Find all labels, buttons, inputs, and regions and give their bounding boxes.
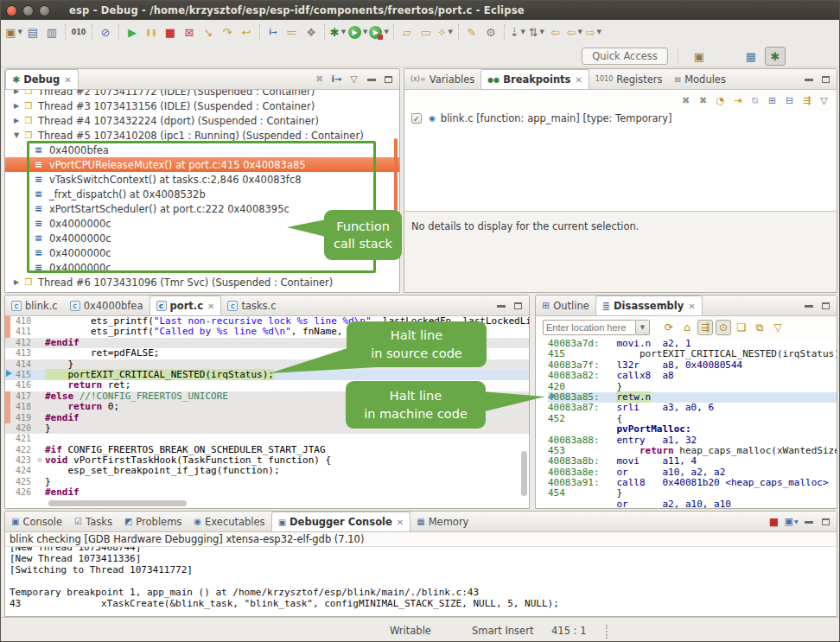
external-tools-button[interactable]: ▶▼ bbox=[369, 22, 388, 41]
location-input[interactable] bbox=[543, 320, 636, 335]
build-settings-button[interactable]: ⚙ bbox=[482, 22, 500, 41]
tab-memory[interactable]: ▦Memory bbox=[410, 512, 474, 531]
link-button[interactable]: ⧉ bbox=[752, 320, 767, 335]
go-to-file-button[interactable]: ⇥ bbox=[730, 92, 745, 108]
tab-debugger-console[interactable]: ▣Debugger Console✕ bbox=[271, 512, 411, 531]
tab-disassembly[interactable]: ≣Disassembly✕ bbox=[595, 296, 703, 315]
debug-frame-row[interactable]: ≡0x4000000c bbox=[5, 260, 399, 275]
debug-frame-row[interactable]: ≡xPortStartScheduler() at port.c:222 0x4… bbox=[5, 201, 399, 216]
quick-access-button[interactable]: Quick Access bbox=[582, 48, 668, 65]
close-icon[interactable]: ✕ bbox=[397, 518, 404, 527]
forward-button[interactable]: ⇨▼ bbox=[585, 22, 602, 41]
debug-frame-row[interactable]: ≡0x4000000c bbox=[5, 245, 399, 260]
tab-debug[interactable]: ✱ Debug ✕ bbox=[5, 69, 79, 89]
maximize-icon[interactable] bbox=[818, 72, 833, 87]
source-code-area[interactable]: 410 ets_printf("Last non-recursive lock … bbox=[5, 316, 529, 508]
tab-outline[interactable]: ⊞Outline bbox=[536, 296, 595, 315]
tab-executables[interactable]: ◉Executables bbox=[188, 512, 270, 531]
close-icon[interactable]: ✕ bbox=[575, 75, 582, 85]
view-menu-icon[interactable]: ▽ bbox=[347, 72, 361, 87]
debug-frame-row[interactable]: ≡vTaskSwitchContext() at tasks.c:2,846 0… bbox=[5, 172, 399, 187]
skip-all-breakpoints-button[interactable]: ⍉ bbox=[748, 92, 762, 108]
editor-tab-port-c[interactable]: cport.c✕ bbox=[150, 296, 222, 315]
view-menu-button[interactable]: ▽ bbox=[817, 92, 831, 108]
remove-all-terminated-button[interactable]: ✖ bbox=[312, 72, 327, 87]
mark-occurrences-button[interactable]: ✎ bbox=[463, 22, 480, 41]
tab-tasks[interactable]: ☑Tasks bbox=[68, 512, 118, 531]
step-return-button[interactable]: ↩ bbox=[238, 22, 255, 41]
tab-modules[interactable]: ▤Modules bbox=[669, 69, 732, 89]
open-perspective-button[interactable]: ▣ bbox=[689, 47, 710, 66]
link-with-debug-button[interactable]: ⇶ bbox=[799, 92, 814, 108]
expander-icon[interactable]: ▼ bbox=[12, 131, 21, 139]
follow-execution-button[interactable]: ⇶ bbox=[697, 320, 713, 335]
minimize-icon[interactable] bbox=[801, 72, 816, 87]
minimize-icon[interactable] bbox=[493, 298, 508, 314]
remove-all-breakpoints-button[interactable]: ✖ bbox=[696, 92, 710, 108]
home-button[interactable]: ⌂ bbox=[679, 320, 695, 335]
debug-button[interactable]: ✱▼ bbox=[329, 22, 347, 41]
tab-variables[interactable]: (x)=Variables bbox=[404, 69, 480, 89]
debug-thread-row[interactable]: ▶❒Thread #4 1073432224 (dport) (Suspende… bbox=[5, 113, 399, 128]
editor-vscrollbar[interactable] bbox=[521, 451, 527, 496]
save-button[interactable]: ▤ bbox=[24, 22, 41, 41]
window-close-button[interactable] bbox=[6, 5, 17, 16]
expander-icon[interactable]: ▶ bbox=[12, 278, 21, 286]
tab-problems[interactable]: ◩Problems bbox=[118, 512, 188, 531]
tab-breakpoints[interactable]: ●●Breakpoints✕ bbox=[480, 69, 589, 89]
resume-button[interactable]: ▶ bbox=[124, 22, 141, 41]
close-icon[interactable]: ✕ bbox=[207, 302, 214, 311]
debug-frame-row[interactable]: ≡0x4000bfea bbox=[5, 143, 399, 157]
remove-breakpoint-button[interactable]: ✖ bbox=[678, 92, 693, 108]
step-over-button[interactable]: ↷ bbox=[219, 22, 236, 41]
debug-scrollbar[interactable] bbox=[394, 138, 398, 251]
debug-frame-row[interactable]: ≡0x4000000c bbox=[5, 231, 399, 245]
tab-console[interactable]: ▣Console bbox=[5, 512, 68, 531]
instruction-stepping-toggle[interactable]: i→ bbox=[329, 72, 344, 87]
editor-tab-0x4000bfea[interactable]: c0x4000bfea bbox=[64, 296, 150, 315]
breakpoint-item[interactable]: ✓ ◉ blink.c [function: app_main] [type: … bbox=[404, 111, 837, 126]
last-edit-location-button[interactable]: ⇣▼ bbox=[509, 22, 526, 41]
disconnect-button[interactable]: ⊠ bbox=[181, 22, 198, 41]
debug-perspective-button[interactable]: ✱ bbox=[765, 47, 786, 66]
debug-frame-row[interactable]: ≡_frxt_dispatch() at 0x4008532b bbox=[5, 187, 399, 201]
cpp-perspective-button[interactable]: ▦ bbox=[741, 47, 761, 66]
maximize-icon[interactable] bbox=[511, 298, 525, 314]
disassembly-listing[interactable]: 40083a7d: movi.n a2, 1415 portEXIT_CRITI… bbox=[536, 339, 837, 508]
new-wizard-button[interactable]: ▣▼ bbox=[5, 22, 22, 41]
close-icon[interactable]: ✕ bbox=[64, 75, 71, 85]
search-button[interactable]: ✧▼ bbox=[436, 22, 454, 41]
debug-thread-row[interactable]: ▶❒Thread #6 1073431096 (Tmr Svc) (Suspen… bbox=[5, 275, 399, 289]
run-button[interactable]: ▶▼ bbox=[348, 22, 367, 41]
maximize-icon[interactable] bbox=[818, 298, 833, 314]
open-new-view-button[interactable]: ❏ bbox=[734, 320, 749, 335]
minimize-icon[interactable] bbox=[801, 298, 816, 314]
expander-icon[interactable]: ▶ bbox=[12, 117, 21, 124]
display-selected-console-button[interactable]: ▣▼ bbox=[784, 514, 799, 530]
go-to-annotation-button[interactable]: ⇅▼ bbox=[528, 22, 545, 41]
new-project-button[interactable]: ▱ bbox=[398, 22, 416, 41]
debug-thread-row[interactable]: ▶❒Thread #3 1073413156 (IDLE) (Suspended… bbox=[5, 99, 399, 113]
debug-frame-row[interactable]: ≡vPortCPUReleaseMutex() at port.c:415 0x… bbox=[5, 157, 399, 172]
collapse-all-button[interactable]: ⊟ bbox=[782, 92, 797, 108]
expand-all-button[interactable]: ⊞ bbox=[765, 92, 780, 108]
debug-frame-row[interactable]: ≡0x4000000c bbox=[5, 216, 399, 231]
build-binary-button[interactable]: 010 bbox=[70, 22, 87, 41]
show-breakpoint-types-button[interactable]: ◔ bbox=[713, 92, 728, 108]
maximize-icon[interactable] bbox=[818, 514, 833, 530]
tab-registers[interactable]: 1010Registers bbox=[589, 69, 669, 89]
minimize-icon[interactable] bbox=[801, 514, 816, 530]
close-icon[interactable]: ✕ bbox=[688, 302, 695, 311]
editor-tab-tasks-c[interactable]: ctasks.c bbox=[221, 296, 282, 315]
instruction-stepping-button[interactable]: i→ bbox=[264, 22, 282, 41]
terminate-console-button[interactable]: ■ bbox=[767, 514, 781, 530]
view-menu-button[interactable]: ▽ bbox=[770, 320, 786, 335]
show-execution-button[interactable]: ≔ bbox=[283, 22, 301, 41]
breakpoint-checkbox[interactable]: ✓ bbox=[411, 113, 422, 124]
sync-selection-button[interactable]: ⊙ bbox=[716, 320, 731, 335]
editor-tab-blink-c[interactable]: cblink.c bbox=[5, 296, 64, 315]
refresh-button[interactable]: ⟳ bbox=[661, 320, 677, 335]
save-all-button[interactable]: ▥ bbox=[43, 22, 60, 41]
editor-hscrollbar[interactable] bbox=[48, 500, 187, 506]
trace-control-button[interactable]: ❖ bbox=[302, 22, 320, 41]
